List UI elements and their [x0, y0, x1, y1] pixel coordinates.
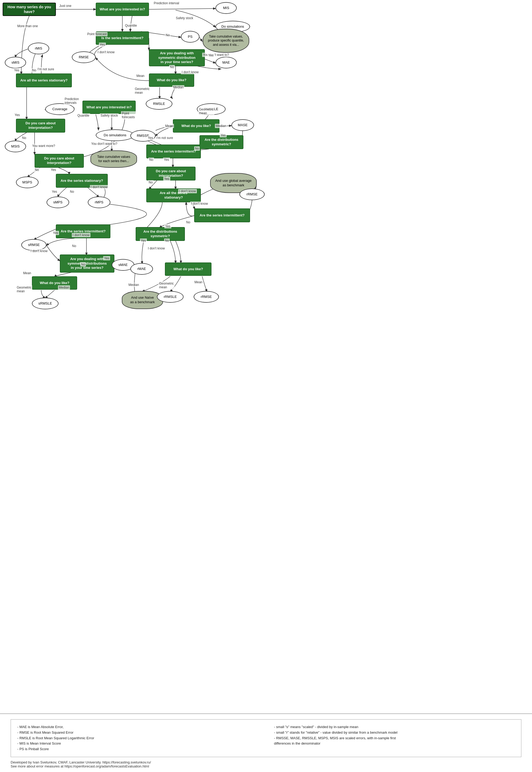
do-care-interp-2-node: Do you care aboutinterpretation?: [35, 154, 84, 168]
you-want-more-label: You want more?: [31, 144, 56, 148]
msps-node: MSPS: [16, 176, 39, 188]
you-dont-want-label: You don't want to?: [202, 53, 230, 57]
i-dont-know-1-label: I don't know: [97, 50, 115, 54]
median-2-label: Median: [215, 124, 227, 128]
legend-left-text: - MAE is Mean Absolute Error, - RMSE is …: [17, 724, 258, 752]
i-dont-know-4-label: I don't know: [178, 189, 197, 193]
yes-1-label: Yes: [99, 43, 106, 47]
you-dont-want-2-label: You don't want to?: [90, 141, 118, 146]
quantile-1-label: Quantile: [124, 23, 138, 28]
legend-right-text: - small "s" means "scaled" - divided by …: [274, 724, 515, 746]
no-8-label: No: [148, 157, 154, 162]
no-10-label: No: [185, 220, 191, 225]
safety-stock-1-label: Safety stock: [175, 16, 194, 20]
rrmse-2-node: rRMSE: [194, 291, 219, 303]
yes-11-label: Yes: [164, 224, 171, 229]
yes-6-label: Yes: [51, 189, 58, 194]
yes-3-label: Yes: [13, 68, 20, 72]
ps-node: PS: [181, 31, 199, 43]
point-forecasts-label: Pointforecasts: [121, 111, 136, 119]
yes-10-label: Yes: [163, 177, 170, 181]
no-9-label: No: [148, 180, 153, 184]
what-like-4-node: What do you like?: [165, 263, 211, 276]
smps-node: sMPS: [47, 197, 69, 208]
what-like-1-node: What do you like?: [149, 73, 194, 87]
yes-2-label: Yes: [207, 53, 214, 57]
i-dont-know-5-label: I don't know: [190, 202, 209, 206]
legend-right: - small "s" means "scaled" - divided by …: [274, 724, 515, 752]
what-like-3-node: What do you like?: [32, 276, 77, 290]
mean-2-label: Mean: [164, 124, 174, 128]
no-6-label: No: [69, 189, 75, 194]
median-3-label: Median: [58, 285, 70, 290]
rmis-node: rMIS: [28, 43, 49, 54]
rmps-node: rMPS: [88, 197, 110, 208]
rmsle-node: RMSLE: [146, 98, 172, 110]
no-4-label: No: [21, 136, 27, 140]
just-one-label: Just one: [59, 4, 72, 8]
yes-12-label: Yes: [52, 231, 59, 235]
yes-7-label: Yes: [147, 136, 154, 140]
quantile-2-label: Quantile: [77, 113, 90, 118]
take-cumulative-2-node: Take cumulative values for each series t…: [90, 150, 137, 168]
rmse-node: RMSE: [72, 51, 96, 63]
no-3-label: No: [31, 68, 37, 72]
yes-5-label: Yes: [50, 168, 57, 172]
are-series-intermittent-2-node: Are the series intermittent?: [194, 209, 250, 222]
rmae-node: rMAE: [130, 263, 153, 275]
no-13-label: No: [164, 239, 170, 243]
i-dont-know-2-label: I don't know: [181, 70, 199, 74]
diagram-container: How many series do you have? What are yo…: [0, 0, 532, 713]
are-symmetric-1-node: Are you dealing withsymmetric distributi…: [149, 49, 205, 66]
mean-3-label: Mean: [22, 271, 32, 275]
yes-4-label: Yes: [14, 113, 21, 117]
i-dont-know-3-label: I don't know: [90, 185, 109, 189]
no-11-label: No: [71, 244, 77, 248]
i-dont-know-8-label: I don't know: [147, 246, 166, 251]
geometric-mean-1-label: Geometricmean: [134, 87, 150, 95]
i-dont-know-7-label: I don't know: [30, 249, 48, 253]
im-not-sure-2-label: I'm not sure: [156, 136, 174, 140]
rrmse-1-node: rRMSE: [239, 188, 265, 200]
yes-14-label: Yes: [140, 239, 147, 243]
yes-9-label: Yes: [163, 157, 170, 162]
point-forecast-1-label: Point forecast: [86, 32, 107, 36]
median-4-label: Median: [128, 283, 140, 287]
how-many-node: How many series do you have?: [3, 3, 56, 16]
what-like-2-node: What do you like?: [173, 119, 219, 132]
do-care-interp-3-node: Do you care aboutinterpretation?: [146, 167, 196, 180]
msis-node: MSIS: [5, 140, 26, 152]
no-7-label: No: [194, 146, 200, 151]
median-1-label: Median: [172, 85, 184, 89]
mis-node: MIS: [215, 2, 237, 14]
legend-left: - MAE is Mean Absolute Error, - RMSE is …: [17, 724, 258, 752]
geometric-mean-2-label: Geometricmean: [198, 107, 214, 115]
mae-node: MAE: [215, 57, 237, 68]
no-2-label: No: [169, 65, 175, 69]
safety-stock-2-label: Safety stock: [100, 113, 119, 118]
do-simulations-2-node: Do simulations: [96, 129, 134, 141]
yes-13-label: Yes: [103, 256, 110, 260]
no-5-label: No: [34, 168, 40, 172]
no-12-label: No: [80, 262, 86, 267]
geometric-mean-4-label: Geometricmean: [158, 281, 174, 290]
do-care-interp-1-node: Do you care aboutinterpretation?: [16, 119, 65, 132]
are-stationary-1-node: Are all the series stationary?: [16, 73, 72, 87]
more-than-one-label: More than one: [16, 24, 39, 28]
i-dont-know-6-label: I don't know: [72, 233, 90, 237]
pred-interval-label: Prediction interval: [153, 1, 180, 5]
what-interested-1-node: What are you interested in?: [96, 3, 149, 16]
no-1-label: No: [165, 33, 171, 37]
are-intermittent-1-node: Are the series intermittent?: [146, 144, 201, 158]
pred-intervals-label: Predictionintervals: [64, 97, 80, 105]
footer: - MAE is Mean Absolute Error, - RMSE is …: [0, 713, 532, 772]
yes-8-label: Yes: [220, 133, 227, 137]
take-cumulative-1-node: Take cumulative values, produce specific…: [203, 29, 249, 53]
rrmsle-node: rRMSLE: [157, 291, 184, 303]
im-not-sure-label: I'm not sure: [37, 67, 55, 71]
footer-credit: Developed by Ivan Svetunkov, CMAF, Lanca…: [11, 760, 521, 768]
mean-4-label: Mean: [194, 280, 203, 284]
srmsle-node: sRMSLE: [32, 298, 59, 309]
mean-1-label: Mean: [136, 74, 145, 78]
legend-box: - MAE is Mean Absolute Error, - RMSE is …: [11, 719, 521, 757]
